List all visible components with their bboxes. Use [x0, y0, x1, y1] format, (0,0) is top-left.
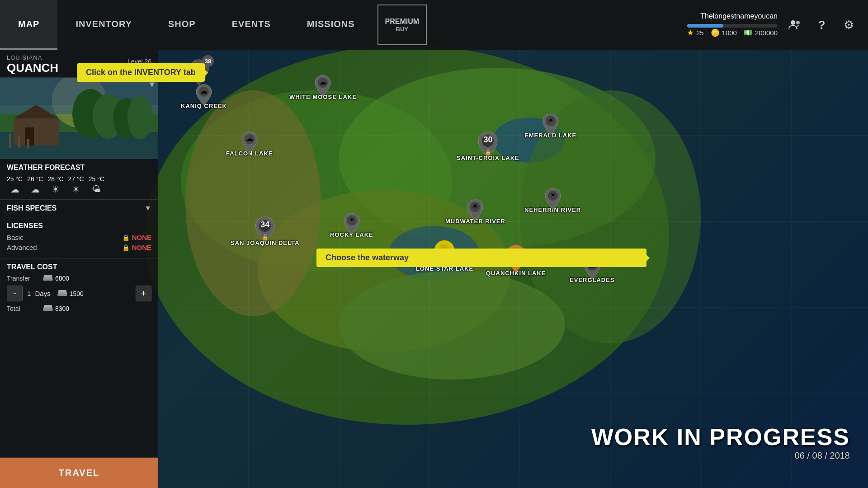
- days-value: 1 Days: [27, 290, 51, 297]
- buy-label: BUY: [396, 26, 408, 33]
- total-row: Total 8300: [7, 305, 151, 312]
- wip-label: WORK IN PROGRESS 06 / 08 / 2018: [591, 423, 850, 461]
- coin-stack-total-icon: [43, 305, 53, 312]
- premium-button[interactable]: PREMIUM BUY: [377, 5, 427, 45]
- cash-stat: 💵 200000: [744, 28, 778, 37]
- svg-rect-47: [44, 305, 52, 307]
- top-navigation: MAP INVENTORY SHOP EVENTS MISSIONS PREMI…: [0, 0, 868, 50]
- stars-stat: ★ 25: [687, 28, 704, 38]
- basic-lock-icon: 🔒: [122, 234, 130, 241]
- weather-title: WEATHER FORECAST: [7, 164, 151, 172]
- transfer-row: Transfer 6800: [7, 275, 151, 282]
- user-stats: ★ 25 🪙 1000 💵 200000: [687, 28, 778, 38]
- days-plus-button[interactable]: +: [136, 286, 151, 301]
- saint-croix-badge: 30: [483, 135, 492, 145]
- days-minus-button[interactable]: -: [7, 286, 23, 301]
- tab-missions[interactable]: MISSIONS: [289, 0, 373, 50]
- tab-events[interactable]: EVENTS: [214, 0, 289, 50]
- weather-section: WEATHER FORECAST 25 °C ☁ 26 °C ☁ 28 °C ☀…: [0, 159, 158, 200]
- inventory-tooltip: Click on the INVENTORY tab: [77, 63, 205, 82]
- friends-button[interactable]: [784, 15, 805, 35]
- waterway-tooltip-arrow: [646, 254, 653, 262]
- weather-day-5: 25 °C 🌤: [89, 175, 104, 195]
- waterway-tooltip: Choose the waterway: [316, 249, 646, 267]
- tab-map[interactable]: MAP: [0, 0, 57, 50]
- help-button[interactable]: ?: [811, 15, 832, 35]
- neherrin-weather-icon: ☀: [550, 191, 556, 199]
- basic-license-row: Basic 🔒 NONE: [7, 234, 151, 241]
- wip-date: 06 / 08 / 2018: [591, 450, 850, 461]
- cash-icon: 💵: [744, 28, 753, 37]
- travel-button[interactable]: TRAVEL: [0, 458, 158, 488]
- advanced-license-value: 🔒 NONE: [122, 244, 151, 251]
- svg-rect-32: [9, 134, 11, 148]
- stars-value: 25: [696, 29, 704, 37]
- wip-text: WORK IN PROGRESS: [591, 423, 850, 450]
- kaniq-weather-icon: ☁: [200, 87, 208, 95]
- location-image: ▼: [0, 78, 158, 159]
- tab-shop[interactable]: SHOP: [150, 0, 214, 50]
- transfer-amount: 6800: [55, 275, 69, 282]
- username: Thelongestnameyoucan: [700, 12, 778, 20]
- transfer-label: Transfer: [7, 275, 43, 282]
- coins-stat: 🪙 1000: [711, 28, 737, 37]
- advanced-lock-icon: 🔒: [122, 244, 130, 251]
- licenses-title: LICENSES: [7, 222, 151, 230]
- falcon-weather-icon: ☁: [246, 134, 253, 143]
- weather-temp-5: 25 °C: [89, 175, 104, 183]
- mudwater-weather-icon: ☀: [472, 202, 478, 211]
- cash-value: 200000: [755, 29, 778, 37]
- days-label: Days: [35, 290, 51, 297]
- marker-rocky-lake[interactable]: ☀ ROCKY LAKE: [330, 212, 373, 238]
- marker-san-joaquin-delta[interactable]: 34 🔒 SAN JOAQUIN DELTA: [231, 216, 299, 246]
- weather-icon-3: ☀: [52, 184, 60, 195]
- travel-cost-section: TRAVEL COST Transfer 6800 - 1 Days: [0, 258, 158, 458]
- emerald-weather-icon: ☀: [547, 116, 554, 125]
- licenses-section: LICENSES Basic 🔒 NONE Advanced 🔒 NONE: [0, 217, 158, 258]
- marker-saint-croix-lake[interactable]: 30 🔒 SAINT-CROIX LAKE: [457, 131, 519, 161]
- weather-icon-4: ☀: [72, 184, 80, 195]
- travel-cost-title: TRAVEL COST: [7, 263, 151, 271]
- tab-inventory[interactable]: INVENTORY: [57, 0, 150, 50]
- premium-label: PREMIUM: [385, 18, 420, 26]
- days-control: - 1 Days 1500 +: [7, 286, 151, 301]
- waterway-tooltip-text: Choose the waterway: [326, 253, 409, 262]
- saint-croix-lock: 🔒: [485, 149, 491, 155]
- weather-icon-1: ☁: [10, 184, 19, 195]
- marker-neherrin-river[interactable]: ☀ NEHERRIN RIVER: [524, 188, 581, 213]
- basic-none-text: NONE: [132, 234, 151, 241]
- weather-icon-2: ☁: [31, 184, 40, 195]
- basic-license-value: 🔒 NONE: [122, 234, 151, 241]
- marker-emerald-lake[interactable]: ☀ EMERALD LAKE: [524, 113, 576, 139]
- fish-species-title: FISH SPECIES: [7, 204, 57, 212]
- marker-kaniq-creek[interactable]: ☁ KANIQ CREEK: [181, 84, 227, 109]
- weather-icon-5: 🌤: [92, 184, 101, 194]
- svg-rect-44: [58, 290, 66, 292]
- coin-icon: 🪙: [711, 28, 720, 37]
- marker-mudwater-river[interactable]: ☀ MUDWATER RIVER: [445, 199, 505, 225]
- svg-point-9: [339, 271, 565, 380]
- marker-falcon-lake[interactable]: ☁ FALCON LAKE: [226, 131, 273, 157]
- user-info: Thelongestnameyoucan ★ 25 🪙 1000 💵 20000…: [687, 12, 778, 38]
- svg-point-38: [127, 96, 153, 139]
- xp-bar-fill: [687, 24, 723, 28]
- advanced-license-row: Advanced 🔒 NONE: [7, 244, 151, 251]
- advanced-license-label: Advanced: [7, 244, 37, 251]
- whitemoose-weather-icon: ☁: [319, 78, 326, 86]
- sidebar: LOUISIANA QUANCH Level 26: [0, 50, 158, 488]
- days-amount: 1500: [70, 290, 84, 297]
- weather-days: 25 °C ☁ 26 °C ☁ 28 °C ☀ 27 °C ☀ 25 °C 🌤: [7, 175, 151, 195]
- svg-point-5: [185, 90, 321, 316]
- weather-temp-4: 27 °C: [68, 175, 84, 183]
- marker-white-moose-lake[interactable]: ☁ WHITE MOOSE LAKE: [289, 75, 357, 100]
- settings-button[interactable]: ⚙: [839, 15, 859, 35]
- coin-stack-days-icon: [57, 290, 67, 297]
- coins-value: 1000: [722, 29, 737, 37]
- fish-species-section[interactable]: FISH SPECIES ▼: [0, 200, 158, 217]
- days-cost: 1500: [57, 290, 84, 297]
- user-area: Thelongestnameyoucan ★ 25 🪙 1000 💵 20000…: [678, 0, 868, 50]
- svg-point-23: [796, 21, 800, 24]
- rocky-weather-icon: ☀: [349, 216, 355, 224]
- weather-day-4: 27 °C ☀: [68, 175, 84, 195]
- total-cost: 8300: [43, 305, 69, 312]
